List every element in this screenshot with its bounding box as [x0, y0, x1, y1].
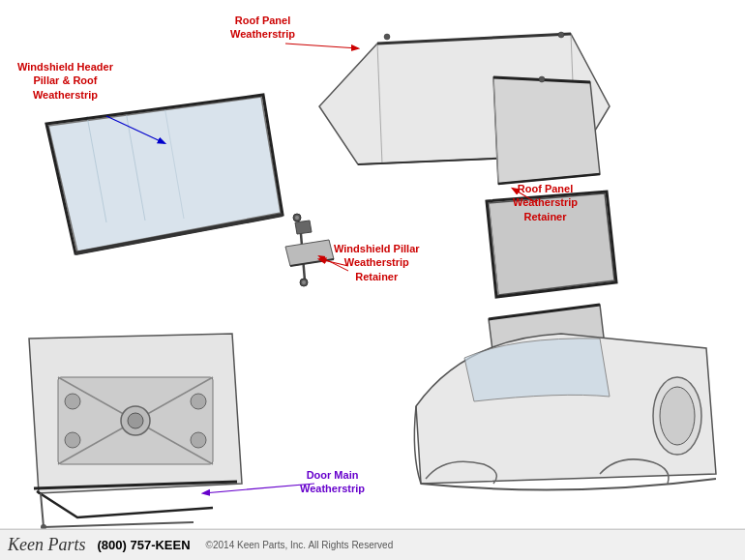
- svg-point-15: [128, 413, 143, 428]
- svg-point-6: [295, 216, 299, 220]
- diagram-container: Windshield Header Pillar & Roof Weathers…: [0, 0, 745, 560]
- svg-point-16: [65, 394, 80, 409]
- roof-panel-weatherstrip-top-label: Roof Panel Weatherstrip: [230, 14, 295, 42]
- footer-logo: Keen Parts: [8, 535, 86, 555]
- windshield-pillar-weatherstrip-retainer-label: Windshield Pillar Weatherstrip Retainer: [334, 242, 420, 283]
- roof-panel-weatherstrip-retainer-label: Roof Panel Weatherstrip Retainer: [513, 182, 578, 223]
- svg-point-17: [191, 394, 206, 409]
- windshield-header-pillar-label: Windshield Header Pillar & Roof Weathers…: [17, 60, 113, 102]
- svg-point-8: [302, 280, 306, 284]
- footer-phone: (800) 757-KEEN: [98, 538, 191, 552]
- svg-point-18: [65, 432, 80, 448]
- svg-point-19: [191, 432, 206, 448]
- footer-copyright: ©2014 Keen Parts, Inc. All Rights Reserv…: [206, 540, 394, 550]
- svg-point-10: [539, 76, 545, 82]
- svg-point-2: [558, 32, 564, 38]
- footer: Keen Parts (800) 757-KEEN ©2014 Keen Par…: [0, 529, 745, 560]
- svg-point-1: [384, 34, 390, 40]
- svg-point-22: [660, 387, 695, 445]
- door-main-weatherstrip-label: Door Main Weatherstrip: [300, 468, 365, 496]
